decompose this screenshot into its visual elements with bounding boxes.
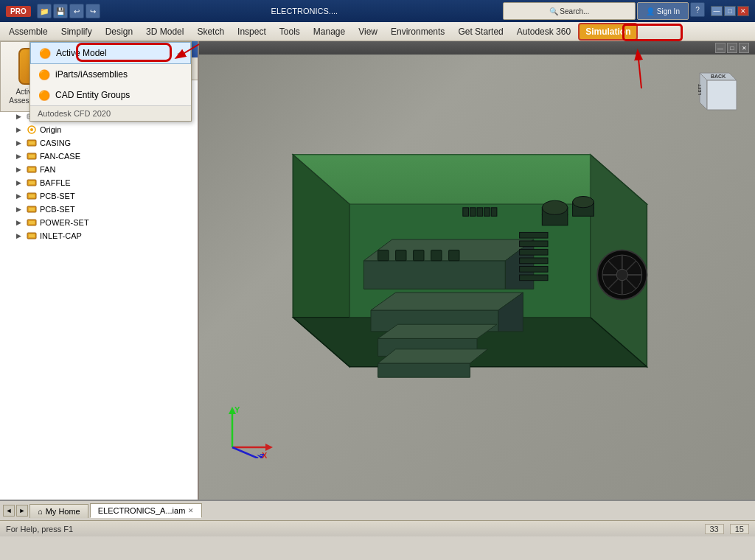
tab-my-home[interactable]: ⌂ My Home xyxy=(29,504,88,518)
menubar: Assemble Simplify Design 3D Model Sketch… xyxy=(0,22,755,41)
status-num1: 33 xyxy=(705,524,724,534)
inletcap-expander[interactable]: ▶ xyxy=(13,231,24,241)
svg-marker-43 xyxy=(371,293,523,310)
fancase-expander[interactable]: ▶ xyxy=(13,151,24,161)
help-button[interactable]: ? xyxy=(690,2,705,17)
3d-viewport[interactable]: — □ ✕ BACK LEFT xyxy=(199,41,755,500)
dropdown-iparts[interactable]: 🟠 iParts/iAssemblies xyxy=(30,64,191,85)
tree-inlet-cap[interactable]: ▶ INLET-CAP xyxy=(1,229,196,242)
svg-rect-49 xyxy=(449,250,459,260)
bottom-tabs: ◄ ► ⌂ My Home ELECTRONICS_A...iam ✕ xyxy=(0,500,755,520)
pcb-set2-label: PCB-SET xyxy=(40,205,75,214)
dropdown-cad-groups[interactable]: 🟠 CAD Entity Groups xyxy=(30,85,191,105)
viewport-minimize[interactable]: — xyxy=(715,43,726,53)
window-title: ELECTRONICS.... xyxy=(106,7,503,15)
menu-get-started[interactable]: Get Started xyxy=(452,24,509,39)
origin-icon xyxy=(26,124,38,136)
3d-model-view[interactable]: BACK LEFT xyxy=(199,55,755,495)
menu-3dmodel[interactable]: 3D Model xyxy=(140,24,189,39)
casing-expander[interactable]: ▶ xyxy=(13,138,24,148)
menu-manage[interactable]: Manage xyxy=(307,24,351,39)
tree-power-set[interactable]: ▶ POWER-SET xyxy=(1,216,196,229)
svg-rect-25 xyxy=(29,221,35,224)
baffle-expander[interactable]: ▶ xyxy=(13,178,24,188)
viewport-titlebar: — □ ✕ xyxy=(199,41,755,55)
tree-pcb-set-1[interactable]: ▶ PCB-SET xyxy=(1,189,196,203)
svg-rect-21 xyxy=(29,195,35,197)
fan-case-icon xyxy=(26,150,38,162)
pcbset1-expander[interactable]: ▶ xyxy=(13,191,24,201)
inlet-cap-label: INLET-CAP xyxy=(40,231,82,240)
svg-text:BACK: BACK xyxy=(711,74,726,79)
dropdown-active-model[interactable]: 🟠 Active Model ◄ xyxy=(30,42,191,64)
origin-expander[interactable]: ▶ xyxy=(13,125,24,135)
tab-electronics[interactable]: ELECTRONICS_A...iam ✕ xyxy=(90,503,203,518)
svg-rect-52 xyxy=(520,249,548,255)
svg-rect-48 xyxy=(431,250,442,260)
search-input[interactable]: 🔍 Search... xyxy=(503,2,636,20)
active-model-label: Active Model xyxy=(56,48,107,58)
tab-nav-left[interactable]: ◄ xyxy=(3,505,15,517)
svg-marker-76 xyxy=(378,363,470,377)
dropdown-footer: Autodesk CFD 2020 xyxy=(30,105,191,121)
tree-origin[interactable]: ▶ Origin xyxy=(1,123,196,136)
tab-close-button[interactable]: ✕ xyxy=(188,507,194,514)
menu-simplify[interactable]: Simplify xyxy=(55,24,98,39)
minimize-button[interactable]: — xyxy=(711,6,723,16)
pro-badge: PRO xyxy=(6,6,31,17)
tab-nav-right[interactable]: ► xyxy=(16,505,28,517)
fan-icon xyxy=(26,164,38,175)
save-button[interactable]: 💾 xyxy=(53,4,68,18)
inlet-cap-icon xyxy=(26,230,38,242)
svg-rect-46 xyxy=(396,250,406,260)
menu-inspect[interactable]: Inspect xyxy=(232,24,272,39)
status-num2: 15 xyxy=(730,524,749,534)
tree-casing[interactable]: ▶ CASING xyxy=(1,136,196,150)
svg-rect-23 xyxy=(29,208,35,211)
viewport-maximize[interactable]: □ xyxy=(727,43,737,53)
casing-label: CASING xyxy=(40,139,71,147)
svg-line-82 xyxy=(232,447,258,458)
sign-in-button[interactable]: 👤 Sign In xyxy=(637,2,689,20)
close-button[interactable]: ✕ xyxy=(737,6,749,16)
svg-rect-27 xyxy=(29,234,35,237)
svg-text:LEFT: LEFT xyxy=(697,84,702,95)
menu-view[interactable]: View xyxy=(352,24,383,39)
help-text: For Help, press F1 xyxy=(6,525,73,533)
viewport-close[interactable]: ✕ xyxy=(739,43,749,53)
menu-environments[interactable]: Environments xyxy=(385,24,450,39)
casing-icon xyxy=(26,137,38,149)
svg-point-61 xyxy=(573,196,594,207)
pcbset2-expander[interactable]: ▶ xyxy=(13,204,24,214)
tree-baffle[interactable]: ▶ BAFFLE xyxy=(1,176,196,189)
menu-assemble[interactable]: Assemble xyxy=(3,24,54,39)
menu-sketch[interactable]: Sketch xyxy=(191,24,230,39)
open-button[interactable]: 📁 xyxy=(37,4,52,18)
baffle-icon xyxy=(26,177,38,189)
svg-rect-17 xyxy=(29,168,35,171)
tree-fan-case[interactable]: ▶ FAN-CASE xyxy=(1,150,196,163)
maximize-button[interactable]: □ xyxy=(724,6,736,16)
fan-expander[interactable]: ▶ xyxy=(13,164,24,175)
svg-marker-79 xyxy=(265,444,273,451)
viewcube[interactable]: BACK LEFT xyxy=(689,69,740,121)
iparts-label: iParts/iAssemblies xyxy=(55,69,128,80)
active-model-icon: 🟠 xyxy=(38,46,52,60)
menu-simulation[interactable]: Simulation xyxy=(578,23,638,41)
rep-expander[interactable]: ▶ xyxy=(13,111,24,122)
menu-design[interactable]: Design xyxy=(100,24,139,39)
svg-rect-55 xyxy=(520,275,548,281)
undo-button[interactable]: ↩ xyxy=(69,4,84,18)
menu-tools[interactable]: Tools xyxy=(274,24,306,39)
tree-pcb-set-2[interactable]: ▶ PCB-SET xyxy=(1,203,196,216)
powerset-expander[interactable]: ▶ xyxy=(13,217,24,228)
svg-rect-51 xyxy=(520,241,548,247)
svg-rect-13 xyxy=(29,141,35,144)
statusbar: For Help, press F1 33 15 xyxy=(0,520,755,536)
svg-marker-32 xyxy=(707,80,737,110)
tree-fan[interactable]: ▶ FAN xyxy=(1,163,196,176)
svg-point-58 xyxy=(542,200,568,214)
redo-button[interactable]: ↪ xyxy=(86,4,100,18)
menu-autodesk360[interactable]: Autodesk 360 xyxy=(511,24,577,39)
svg-rect-50 xyxy=(520,232,548,238)
